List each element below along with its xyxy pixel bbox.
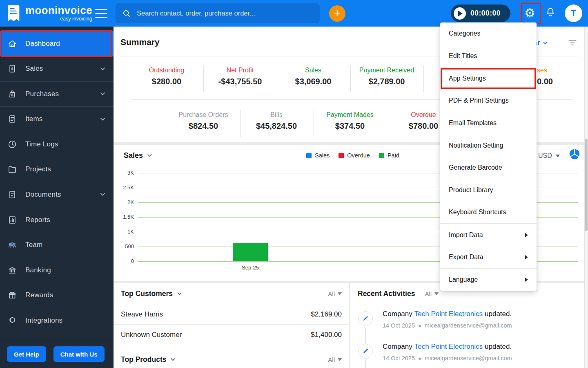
settings-menu-item[interactable]: App Settings [440, 67, 537, 90]
customer-row[interactable]: Unknown Customer $1,400.00 [114, 325, 349, 345]
activity-company-link[interactable]: Tech Point Electronics [414, 343, 483, 351]
customer-name: Unknown Customer [121, 331, 182, 339]
bell-icon [545, 7, 556, 18]
settings-menu-item[interactable]: Import Data [440, 224, 537, 246]
sidebar-item-label: Purchases [25, 90, 59, 98]
recent-activities-filter[interactable]: All [425, 290, 439, 297]
filter-label: All [425, 290, 432, 297]
activity-date: 14 Oct 2025 [383, 355, 415, 361]
activity-prefix: Company [383, 310, 412, 318]
settings-menu-item[interactable]: Categories [440, 22, 537, 45]
menu-item-label: Export Data [449, 254, 483, 261]
sidebar-footer-button[interactable]: Get Help [7, 346, 46, 362]
customer-row[interactable]: Steave Harris $2,169.00 [114, 304, 349, 325]
customer-amount: $2,169.00 [311, 310, 342, 319]
menu-item-label: Notification Setting [449, 142, 503, 149]
settings-menu-item[interactable]: Notification Setting [440, 134, 537, 157]
settings-menu-item[interactable]: Keyboard Shortcuts [440, 202, 537, 224]
sidebar-item-label: Banking [25, 266, 51, 274]
gear-icon: ⚙ [524, 6, 535, 20]
submenu-arrow-icon [525, 255, 528, 259]
top-customers-title-dropdown[interactable]: Top Customers [121, 289, 183, 298]
sidebar-item[interactable]: Projects [0, 157, 114, 182]
stat-label: ses [537, 67, 553, 74]
sidebar-item[interactable]: Items [0, 107, 114, 132]
sidebar-item-icon [7, 316, 17, 325]
sidebar-item-label: Team [25, 241, 42, 249]
stat-divider [314, 110, 314, 137]
sidebar-item[interactable]: Integrations [0, 308, 114, 333]
settings-gear-button[interactable]: ⚙ [524, 7, 537, 19]
settings-menu-item[interactable]: Edit Titles [440, 45, 537, 67]
sidebar-item[interactable]: Reports [0, 207, 114, 233]
stat-value: $3,069.00 [295, 77, 332, 86]
page-title: Summary [120, 37, 160, 47]
user-avatar[interactable]: T [565, 4, 582, 22]
sidebar-item[interactable]: $ Sales [0, 56, 114, 82]
search-input[interactable] [137, 9, 313, 17]
stat-label: Purchase Orders [179, 111, 228, 119]
sidebar-item[interactable]: Banking [0, 258, 114, 283]
menu-item-label: Language [449, 276, 478, 283]
hamburger-menu-icon[interactable] [95, 9, 107, 18]
chevron-down-icon [99, 116, 106, 123]
top-customers-filter[interactable]: All [328, 290, 342, 297]
chart-bar-paid[interactable] [233, 243, 268, 261]
scrollbar-thumb[interactable] [585, 139, 588, 231]
settings-menu-item[interactable]: Product Library [440, 179, 537, 202]
sidebar-item[interactable]: $ Purchases [0, 82, 114, 107]
sidebar-item-icon [7, 240, 17, 250]
sidebar-item[interactable]: Dashboard [0, 31, 114, 56]
sidebar-footer-button[interactable]: Chat with Us [53, 346, 105, 362]
settings-menu-item[interactable]: Language [440, 269, 537, 291]
time-tracker[interactable]: 00:00:00 [451, 4, 510, 22]
activity-text: Company Tech Point Electronics updated. … [383, 343, 512, 361]
settings-menu-item[interactable]: PDF & Print Settings [440, 90, 537, 112]
sidebar-item-icon: $ [7, 89, 17, 99]
activity-company-link[interactable]: Tech Point Electronics [414, 310, 483, 318]
sidebar-item[interactable]: Team [0, 233, 114, 258]
edit-pencil-icon [358, 311, 373, 326]
stat-label: Payment Received [359, 67, 414, 74]
sidebar-item[interactable]: Time Logs [0, 132, 114, 157]
chevron-down-icon [338, 358, 342, 361]
sidebar-item-label: Rewards [25, 291, 53, 299]
stat-label: Payment Mades [326, 111, 374, 119]
settings-menu-item[interactable]: Email Templates [440, 112, 537, 135]
sidebar-item-icon [7, 139, 17, 149]
sidebar-item[interactable]: Rewards [0, 283, 114, 308]
sidebar-item[interactable]: Documents [0, 182, 114, 208]
stat-label: Outstanding [149, 67, 184, 74]
sidebar-item-icon [7, 164, 17, 174]
chevron-down-icon [176, 291, 183, 297]
scrollbar[interactable] [584, 27, 588, 368]
sidebar-item-label: Time Logs [25, 140, 58, 148]
top-products-title-dropdown[interactable]: Top Products [121, 355, 176, 364]
activity-email: micealgardenservice@gmail.com [425, 322, 512, 329]
stat-label: Sales [295, 67, 332, 74]
global-search[interactable] [116, 3, 320, 23]
stat-divider [423, 65, 424, 92]
timeline-connector [365, 360, 366, 368]
play-icon[interactable] [454, 7, 466, 20]
chevron-down-icon [99, 65, 106, 72]
activity-item: Company Tech Point Electronics updated. … [350, 342, 585, 368]
bullet: ● [418, 323, 421, 329]
recent-activities-card: Recent Activities All Company Tech [350, 283, 585, 368]
settings-menu-item[interactable]: Generate Barcode [440, 157, 537, 179]
notifications-bell-button[interactable] [545, 7, 556, 19]
quick-add-button[interactable]: + [329, 5, 345, 22]
chevron-down-icon [99, 90, 106, 97]
top-products-header: Top Products All [114, 349, 349, 368]
settings-menu-item[interactable]: Export Data [440, 246, 537, 269]
activity-suffix: updated. [485, 343, 512, 351]
stat-value: 0.00 [537, 77, 553, 86]
activity-date: 14 Oct 2025 [383, 322, 415, 329]
section-title: Top Customers [121, 289, 173, 298]
top-products-filter[interactable]: All [328, 356, 342, 363]
sidebar-item-icon [7, 114, 17, 124]
brand-name: mooninvoice [25, 5, 92, 16]
stat-divider [387, 110, 387, 137]
app-logo[interactable]: mooninvoice easy invoicing [5, 4, 92, 22]
filter-icon[interactable] [568, 38, 577, 48]
